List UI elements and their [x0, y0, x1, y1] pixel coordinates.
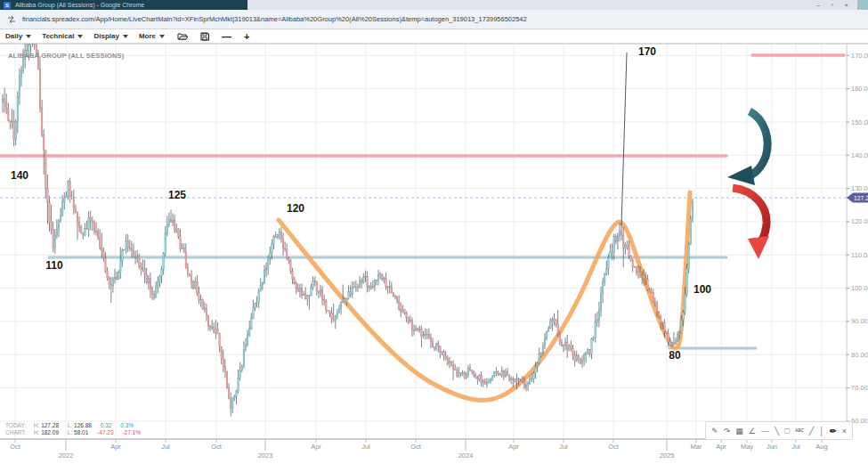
svg-text:Apr: Apr: [716, 443, 726, 451]
vertical-line-tool-icon[interactable]: │: [819, 427, 824, 436]
window-titlebar: S Alibaba Group (All Sessions) - Google …: [0, 0, 868, 10]
svg-text:140: 140: [11, 169, 28, 182]
chart-low: 58.01: [74, 429, 88, 436]
svg-text:2022: 2022: [59, 452, 74, 460]
svg-text:170: 170: [638, 45, 656, 58]
titlebar-title-area: S Alibaba Group (All Sessions) - Google …: [0, 0, 247, 10]
today-change: 0.32: [101, 422, 112, 428]
ray-tool-icon[interactable]: ╱: [809, 427, 814, 436]
text-tool-icon[interactable]: ABC: [795, 427, 804, 436]
chart-change: -47.23: [97, 429, 113, 436]
close-button[interactable]: ×: [844, 0, 848, 10]
svg-text:120: 120: [287, 202, 304, 215]
svg-text:Mar: Mar: [691, 443, 702, 451]
chart-change-pct: -27.1%: [122, 429, 141, 436]
zoom-out-button[interactable]: —: [222, 32, 231, 41]
svg-text:130.00: 130.00: [851, 184, 868, 192]
svg-text:100: 100: [694, 283, 711, 296]
zoom-in-button[interactable]: +: [244, 32, 249, 41]
svg-text:120.00: 120.00: [851, 217, 868, 225]
chevron-down-icon: [26, 35, 31, 38]
chevron-down-icon: [159, 35, 165, 38]
svg-text:150.00: 150.00: [851, 118, 868, 126]
menu-technical[interactable]: Technical: [42, 32, 83, 40]
svg-text:Apr: Apr: [110, 443, 121, 451]
chart-canvas[interactable]: 170.00160.00150.00140.00130.00120.00110.…: [0, 44, 868, 464]
svg-text:110.00: 110.00: [851, 251, 868, 259]
chevron-down-icon: [77, 35, 83, 38]
minimize-button[interactable]: –: [816, 0, 820, 10]
today-stats-row: TODAY: H: 127.28 L: 126.88 0.32 0.3%: [5, 422, 148, 429]
pen-tool-icon[interactable]: ✎: [711, 427, 718, 436]
svg-text:May: May: [741, 443, 753, 451]
svg-text:Oct: Oct: [608, 443, 620, 451]
svg-text:Oct: Oct: [410, 443, 422, 451]
close-tools-icon[interactable]: ×: [842, 427, 847, 436]
chart-stats: TODAY: H: 127.28 L: 126.88 0.32 0.3% CHA…: [5, 422, 148, 436]
chart-stats-row: CHART: H: 182.09 L: 58.01 -47.23 -27.1%: [5, 429, 148, 436]
svg-text:80: 80: [669, 349, 681, 362]
svg-text:Apr: Apr: [508, 443, 519, 451]
menu-display[interactable]: Display: [93, 32, 127, 40]
today-low: 126.88: [74, 422, 92, 428]
svg-text:125: 125: [168, 189, 186, 201]
svg-text:Jul: Jul: [559, 443, 568, 451]
svg-text:2025: 2025: [660, 452, 675, 460]
svg-text:160.00: 160.00: [851, 85, 868, 93]
svg-text:90.00: 90.00: [851, 317, 868, 325]
svg-text:Oct: Oct: [10, 443, 21, 451]
chevron-down-icon: [123, 35, 128, 38]
drawing-toolbar: ✎↷▦∠—╲□ABC╱│✏×: [705, 421, 853, 440]
rectangle-tool-icon[interactable]: □: [785, 427, 790, 436]
window-title: Alibaba Group (All Sessions) - Google Ch…: [15, 2, 144, 8]
grid-tool-icon[interactable]: ▦: [735, 427, 743, 436]
restore-button[interactable]: ▫: [831, 0, 833, 10]
chart-high: 182.09: [41, 429, 59, 436]
url-bar[interactable]: financials.spreadex.com/App/Home/LiveCha…: [0, 10, 868, 29]
site-info-icon[interactable]: [7, 15, 16, 24]
svg-text:Jul: Jul: [361, 443, 370, 451]
today-high: 127.28: [41, 422, 59, 428]
redo-curve-tool-icon[interactable]: ↷: [724, 427, 731, 436]
pencil-tool-icon[interactable]: ✏: [830, 427, 837, 436]
svg-text:Oct: Oct: [211, 443, 223, 451]
svg-text:Jul: Jul: [791, 443, 800, 451]
trendline-tool-icon[interactable]: ╲: [775, 427, 779, 436]
axes-tool-icon[interactable]: ∠: [749, 427, 756, 436]
svg-text:Jul: Jul: [161, 443, 170, 451]
open-chart-icon[interactable]: [177, 32, 188, 40]
url-text[interactable]: financials.spreadex.com/App/Home/LiveCha…: [22, 15, 527, 23]
svg-text:170.00: 170.00: [851, 52, 868, 60]
horizontal-line-tool-icon[interactable]: —: [761, 427, 769, 436]
svg-text:127.225: 127.225: [854, 195, 868, 201]
svg-text:110: 110: [45, 259, 63, 272]
svg-text:70.00: 70.00: [851, 384, 868, 392]
chart-region: 170.00160.00150.00140.00130.00120.00110.…: [0, 44, 868, 464]
svg-text:80.00: 80.00: [851, 351, 868, 359]
today-change-pct: 0.3%: [120, 422, 134, 428]
save-chart-icon[interactable]: [200, 32, 209, 41]
svg-text:Aug: Aug: [815, 443, 827, 451]
svg-text:Apr: Apr: [311, 443, 321, 451]
browser-window: S Alibaba Group (All Sessions) - Google …: [0, 0, 868, 464]
chart-title: ALIBABA GROUP (ALL SESSIONS): [8, 52, 124, 60]
chart-toolbar: Daily Technical Display More: [0, 29, 868, 44]
svg-text:140.00: 140.00: [851, 151, 868, 159]
svg-text:100.00: 100.00: [851, 284, 868, 292]
menu-more[interactable]: More: [139, 32, 165, 40]
titlebar-accent: [857, 0, 868, 10]
svg-text:2024: 2024: [458, 452, 474, 460]
svg-text:Jun: Jun: [767, 443, 777, 451]
menu-daily[interactable]: Daily: [5, 32, 31, 40]
svg-text:2023: 2023: [258, 452, 273, 460]
spreadex-favicon-icon: S: [4, 2, 11, 9]
svg-text:60.00: 60.00: [851, 417, 868, 425]
